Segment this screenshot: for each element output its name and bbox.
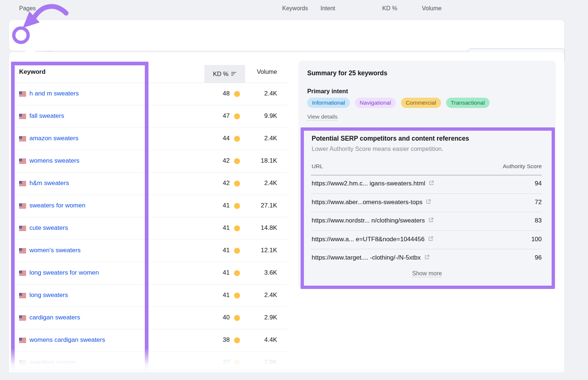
keyword-kd-value: 41 xyxy=(195,202,230,209)
us-flag-icon xyxy=(19,114,26,119)
keyword-volume-value: 14.8K xyxy=(246,224,277,232)
keyword-kd-value: 42 xyxy=(195,180,230,187)
column-label-intent: Intent xyxy=(320,5,335,12)
keyword-table-row: cute sweaters 41 14.8K xyxy=(11,217,287,240)
keyword-kd-value: 42 xyxy=(195,157,230,164)
external-link-icon[interactable] xyxy=(428,217,434,225)
keyword-link[interactable]: sweaters women xyxy=(29,359,76,366)
kd-column-header[interactable]: KD % xyxy=(204,65,245,83)
serp-competitor-row: https://www.target.... -clothing/-/N-5xt… xyxy=(311,249,542,268)
us-flag-icon xyxy=(19,181,26,186)
intent-badge: Navigational xyxy=(355,98,396,108)
keyword-volume-value: 2.4K xyxy=(246,90,277,97)
keyword-volume-value: 2.4K xyxy=(246,292,277,299)
external-link-icon[interactable] xyxy=(429,180,434,188)
kd-difficulty-dot xyxy=(234,158,240,164)
column-label-pages: Pages xyxy=(19,5,36,12)
keyword-table-row: women's sweaters 41 12.1K xyxy=(11,240,287,262)
keyword-link[interactable]: womens cardigan sweaters xyxy=(29,336,105,344)
keyword-table: h and m sweaters 48 2.4K fall sweaters 4… xyxy=(11,83,287,372)
keyword-table-row: h&m sweaters 42 2.4K xyxy=(11,173,287,195)
kd-difficulty-dot xyxy=(234,337,240,343)
keyword-table-row: amazon sweaters 44 2.4K xyxy=(11,128,287,150)
serp-competitor-row: https://www.a... e=UTF8&node=1044456 100 xyxy=(311,231,542,250)
keyword-table-row: womens cardigan sweaters 38 4.4K xyxy=(11,329,287,352)
keyword-link[interactable]: amazon sweaters xyxy=(29,135,78,142)
external-link-icon[interactable] xyxy=(426,199,431,206)
us-flag-icon xyxy=(19,226,26,231)
sort-descending-icon xyxy=(231,72,237,76)
intent-badges: InformationalNavigationalCommercialTrans… xyxy=(307,98,490,108)
column-label-volume: Volume xyxy=(422,5,441,12)
us-flag-icon xyxy=(19,203,26,209)
competitor-url-link[interactable]: https://www.a... e=UTF8&node=1044456 xyxy=(312,236,434,243)
keyword-kd-value: 38 xyxy=(195,336,230,344)
kd-difficulty-dot xyxy=(234,270,240,276)
volume-column-header[interactable]: Volume xyxy=(246,68,277,75)
keyword-volume-value: 2.9K xyxy=(246,359,277,366)
serp-competitor-row: https://www.aber...omens-sweaters-tops 7… xyxy=(311,194,542,213)
serp-competitor-row: https://www.nordstr... n/clothing/sweate… xyxy=(311,212,542,231)
keyword-volume-value: 3.6K xyxy=(246,269,277,276)
competitor-url-link[interactable]: https://www.aber...omens-sweaters-tops xyxy=(312,199,431,206)
column-label-kd: KD % xyxy=(382,5,397,12)
intent-badge: Transactional xyxy=(446,98,490,108)
competitor-url-link[interactable]: https://www.nordstr... n/clothing/sweate… xyxy=(312,217,434,225)
keyword-link[interactable]: women's sweaters xyxy=(29,247,80,254)
keyword-kd-value: 41 xyxy=(195,292,230,299)
keyword-volume-value: 27.1K xyxy=(246,202,277,209)
page-row-card: womens sweaters 25 38 155K Create brief … xyxy=(9,20,564,51)
keyword-link[interactable]: womens sweaters xyxy=(29,157,79,164)
keyword-link[interactable]: h and m sweaters xyxy=(29,90,79,97)
us-flag-icon xyxy=(19,293,26,298)
kd-difficulty-dot xyxy=(234,293,240,298)
keyword-link[interactable]: long sweaters xyxy=(29,292,68,299)
keyword-link[interactable]: sweaters for women xyxy=(29,202,85,209)
us-flag-icon xyxy=(19,91,26,97)
keyword-table-row: long sweaters 41 2.4K xyxy=(11,285,287,307)
kd-difficulty-dot xyxy=(234,360,240,366)
kd-header-label: KD % xyxy=(213,70,228,77)
keyword-kd-value: 47 xyxy=(195,112,230,120)
us-flag-icon xyxy=(19,360,26,365)
kd-difficulty-dot xyxy=(234,248,240,254)
show-more-link[interactable]: Show more xyxy=(412,270,442,277)
authority-score-value: 83 xyxy=(535,217,542,224)
competitor-url-link[interactable]: https://www.target.... -clothing/-/N-5xt… xyxy=(312,254,430,262)
keyword-volume-value: 18.1K xyxy=(246,157,277,164)
keyword-kd-value: 44 xyxy=(195,135,230,142)
authority-score-value: 72 xyxy=(535,199,542,206)
keyword-volume-value: 2.4K xyxy=(246,135,277,142)
column-label-keywords: Keywords xyxy=(271,5,308,12)
external-link-icon[interactable] xyxy=(428,236,434,243)
keyword-kd-value: 40 xyxy=(195,314,230,321)
keyword-kd-value: 48 xyxy=(195,90,230,97)
keyword-link[interactable]: fall sweaters xyxy=(29,112,64,120)
kd-difficulty-dot xyxy=(234,315,240,321)
keyword-link[interactable]: h&m sweaters xyxy=(29,180,69,187)
authority-score-value: 94 xyxy=(535,180,542,187)
keyword-link[interactable]: long sweaters for women xyxy=(29,269,99,276)
keyword-volume-value: 2.4K xyxy=(246,180,277,187)
authority-score-column-header: Authority Score xyxy=(468,163,542,170)
kd-difficulty-dot xyxy=(234,113,240,119)
competitor-url-link[interactable]: https://www2.hm.c... igans-sweaters.html xyxy=(312,180,434,188)
keyword-volume-value: 2.9K xyxy=(246,314,277,321)
us-flag-icon xyxy=(19,159,26,164)
external-link-icon[interactable] xyxy=(424,254,430,262)
keyword-link[interactable]: cute sweaters xyxy=(29,224,68,232)
keyword-link[interactable]: cardigan sweaters xyxy=(29,314,80,321)
us-flag-icon xyxy=(19,271,26,276)
keyword-kd-value: 41 xyxy=(195,224,230,232)
keyword-volume-value: 4.4K xyxy=(246,336,277,344)
kd-difficulty-dot xyxy=(234,91,240,97)
keyword-table-row: long sweaters for women 41 3.6K xyxy=(11,262,287,285)
us-flag-icon xyxy=(19,248,26,253)
keyword-kd-value: 37 xyxy=(195,359,230,366)
kd-difficulty-dot xyxy=(234,225,240,231)
us-flag-icon xyxy=(19,315,26,321)
kd-difficulty-dot xyxy=(234,181,240,187)
view-details-link[interactable]: View details xyxy=(307,113,337,120)
keyword-column-header: Keyword xyxy=(19,68,46,76)
keyword-volume-value: 12.1K xyxy=(246,247,277,254)
